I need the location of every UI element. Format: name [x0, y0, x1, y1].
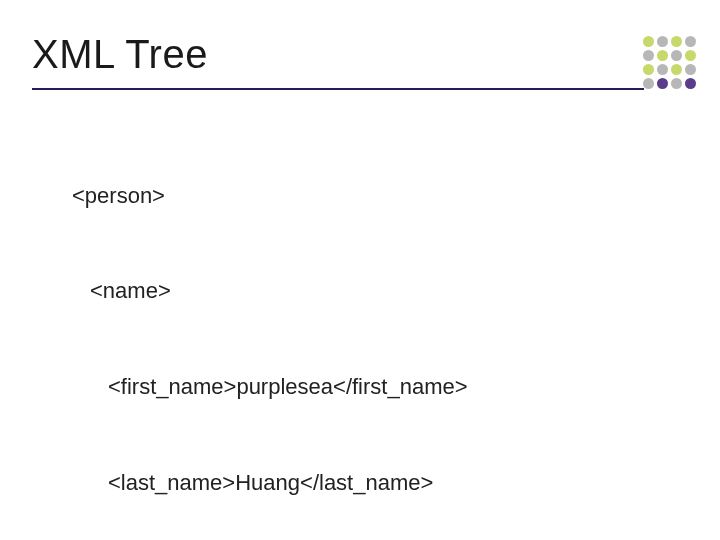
dot-icon — [643, 78, 654, 89]
dot-icon — [685, 78, 696, 89]
code-line: <last_name>Huang</last_name> — [72, 467, 468, 499]
dot-icon — [643, 50, 654, 61]
dot-icon — [643, 64, 654, 75]
dot-icon — [671, 36, 682, 47]
dot-icon — [685, 64, 696, 75]
code-line: <person> — [72, 180, 468, 212]
code-line: <name> — [72, 275, 468, 307]
dot-icon — [643, 36, 654, 47]
title-underline — [32, 88, 644, 90]
decorative-dot-grid — [643, 36, 696, 89]
code-line: <first_name>purplesea</first_name> — [72, 371, 468, 403]
dot-icon — [657, 36, 668, 47]
dot-icon — [671, 64, 682, 75]
dot-icon — [657, 50, 668, 61]
slide: XML Tree <person> <name> <first_name>pur… — [0, 0, 720, 540]
dot-icon — [671, 50, 682, 61]
dot-icon — [657, 78, 668, 89]
dot-icon — [685, 50, 696, 61]
dot-icon — [657, 64, 668, 75]
dot-icon — [671, 78, 682, 89]
xml-code-block: <person> <name> <first_name>purplesea</f… — [72, 116, 468, 540]
page-title: XML Tree — [32, 32, 208, 77]
dot-icon — [685, 36, 696, 47]
